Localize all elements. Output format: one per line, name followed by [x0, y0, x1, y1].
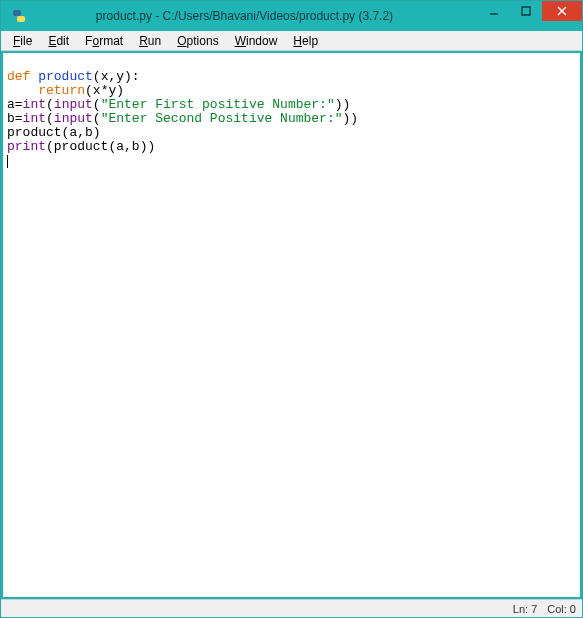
window-title: product.py - C:/Users/Bhavani/Videos/pro… [31, 9, 478, 23]
builtin-int: int [23, 111, 46, 126]
menu-format[interactable]: Format [79, 33, 129, 49]
function-name: product [38, 69, 93, 84]
statusbar: Ln: 7 Col: 0 [1, 599, 582, 617]
python-icon [7, 4, 31, 28]
maximize-button[interactable] [510, 1, 542, 21]
minimize-button[interactable] [478, 1, 510, 21]
svg-rect-1 [17, 16, 25, 22]
builtin-input: input [54, 97, 93, 112]
menu-help[interactable]: Help [287, 33, 324, 49]
keyword-def: def [7, 69, 38, 84]
menu-run[interactable]: Run [133, 33, 167, 49]
builtin-int: int [23, 97, 46, 112]
svg-rect-3 [522, 7, 530, 15]
text-cursor [7, 155, 8, 168]
code-content: def product(x,y): return(x*y) a=int(inpu… [3, 53, 580, 171]
status-col: Col: 0 [547, 603, 576, 615]
svg-rect-0 [13, 10, 21, 16]
status-line: Ln: 7 [513, 603, 537, 615]
window-controls [478, 1, 582, 23]
builtin-input: input [54, 111, 93, 126]
titlebar: product.py - C:/Users/Bhavani/Videos/pro… [1, 1, 582, 31]
builtin-print: print [7, 139, 46, 154]
menu-window[interactable]: Window [229, 33, 284, 49]
string-literal: "Enter First positive Number:" [101, 97, 335, 112]
menu-file[interactable]: File [7, 33, 38, 49]
menu-edit[interactable]: Edit [42, 33, 75, 49]
string-literal: "Enter Second Positive Number:" [101, 111, 343, 126]
close-button[interactable] [542, 1, 582, 21]
menu-options[interactable]: Options [171, 33, 224, 49]
menubar: File Edit Format Run Options Window Help [1, 31, 582, 51]
code-editor[interactable]: def product(x,y): return(x*y) a=int(inpu… [1, 51, 582, 599]
keyword-return: return [38, 83, 85, 98]
